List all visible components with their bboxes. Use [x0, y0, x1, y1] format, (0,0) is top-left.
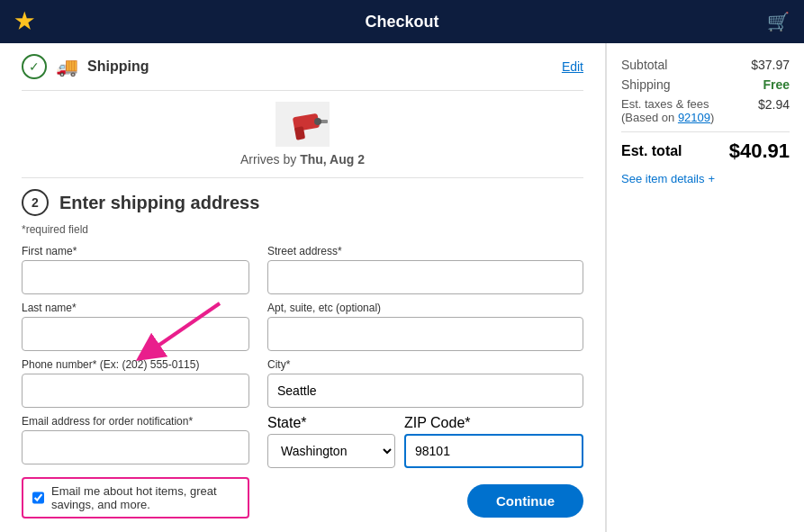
section-title: Enter shipping address	[59, 193, 259, 213]
apt-group: Apt, suite, etc (optional)	[267, 302, 583, 351]
drill-svg	[276, 102, 330, 147]
edit-link[interactable]: Edit	[562, 59, 583, 74]
product-area: Arrives by Thu, Aug 2	[22, 91, 583, 178]
subtotal-label: Subtotal	[621, 58, 667, 72]
taxes-value: $2.94	[758, 97, 790, 124]
city-label: City*	[267, 358, 583, 371]
phone-label: Phone number* (Ex: (202) 555-0115)	[22, 358, 249, 371]
apt-input[interactable]	[267, 317, 583, 351]
last-name-label: Last name*	[22, 302, 249, 314]
zip-input[interactable]	[404, 434, 583, 468]
continue-button[interactable]: Continue	[467, 484, 583, 518]
email-checkbox[interactable]	[32, 491, 44, 504]
svg-point-3	[314, 118, 321, 125]
taxes-based-on: (Based on 92109)	[621, 111, 714, 124]
first-name-group: First name*	[22, 245, 249, 294]
cart-icon[interactable]: 🛒	[767, 11, 790, 32]
state-group: State* AlabamaAlaskaArizonaArkansasCalif…	[267, 415, 395, 468]
email-label: Email address for order notification*	[22, 415, 249, 428]
order-summary: Subtotal $37.97 Shipping Free Est. taxes…	[606, 43, 804, 532]
taxes-zip-link[interactable]: 92109	[678, 111, 710, 124]
main-content: ✓ 🚚 Shipping Edit	[0, 43, 804, 532]
summary-divider	[621, 131, 790, 132]
first-name-input[interactable]	[22, 260, 249, 294]
section-header: 2 Enter shipping address	[22, 178, 583, 223]
street-label: Street address*	[267, 245, 583, 257]
checkbox-label: Email me about hot items, great savings,…	[51, 484, 239, 511]
arrives-date: Thu, Aug 2	[300, 152, 365, 167]
total-row: Est. total $40.91	[621, 140, 790, 163]
total-value: $40.91	[729, 140, 790, 163]
required-note: *required field	[22, 223, 583, 236]
step-number: 2	[22, 189, 49, 216]
shipping-row: Shipping Free	[621, 77, 790, 92]
arrives-text: Arrives by Thu, Aug 2	[240, 152, 365, 167]
shipping-summary-label: Shipping	[621, 77, 671, 92]
total-label: Est. total	[621, 143, 682, 159]
shipping-left: ✓ 🚚 Shipping	[22, 54, 149, 79]
phone-input[interactable]	[22, 374, 249, 408]
plus-icon: +	[709, 172, 716, 185]
walmart-logo: ★	[14, 9, 34, 34]
header: ★ Checkout 🛒	[0, 0, 804, 43]
see-item-details-link[interactable]: See item details +	[621, 172, 790, 185]
city-input[interactable]	[267, 374, 583, 408]
check-circle-icon: ✓	[22, 54, 47, 79]
shipping-summary-value: Free	[763, 77, 790, 92]
last-name-group: Last name*	[22, 302, 249, 351]
product-image	[276, 102, 330, 147]
shipping-banner: ✓ 🚚 Shipping Edit	[22, 43, 583, 91]
continue-button-area: Continue	[267, 484, 583, 518]
city-group: City*	[267, 358, 583, 408]
shipping-label: Shipping	[87, 59, 149, 75]
truck-icon: 🚚	[56, 56, 78, 77]
subtotal-value: $37.97	[751, 58, 790, 72]
email-checkbox-area: Email me about hot items, great savings,…	[22, 477, 249, 518]
email-input[interactable]	[22, 430, 249, 464]
street-group: Street address*	[267, 245, 583, 294]
page-title: Checkout	[365, 13, 438, 32]
street-input[interactable]	[267, 260, 583, 294]
subtotal-row: Subtotal $37.97	[621, 58, 790, 72]
state-zip-row: State* AlabamaAlaskaArizonaArkansasCalif…	[267, 415, 583, 468]
email-group: Email address for order notification*	[22, 415, 249, 464]
zip-label: ZIP Code*	[404, 415, 583, 431]
taxes-label: Est. taxes & fees	[621, 97, 714, 111]
first-name-label: First name*	[22, 245, 249, 257]
phone-group: Phone number* (Ex: (202) 555-0115)	[22, 358, 249, 408]
apt-label: Apt, suite, etc (optional)	[267, 302, 583, 314]
zip-group: ZIP Code*	[404, 415, 583, 468]
left-panel: ✓ 🚚 Shipping Edit	[0, 43, 606, 532]
state-select[interactable]: AlabamaAlaskaArizonaArkansasCaliforniaCo…	[267, 434, 395, 468]
last-name-input[interactable]	[22, 317, 249, 351]
taxes-row: Est. taxes & fees (Based on 92109) $2.94	[621, 97, 790, 124]
see-details-text: See item details	[621, 172, 705, 185]
state-label: State*	[267, 415, 395, 431]
